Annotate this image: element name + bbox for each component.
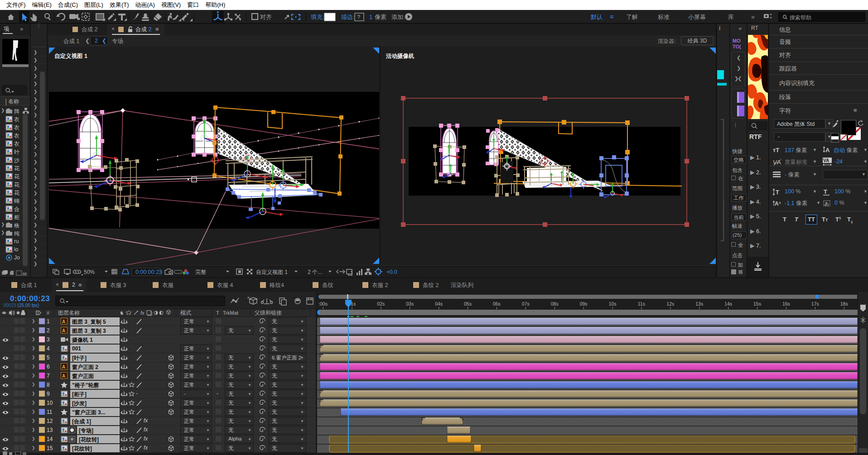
svg-text:+0.0: +0.0: [386, 269, 397, 275]
svg-text:?: ?: [357, 14, 360, 20]
svg-text:11s: 11s: [638, 301, 645, 307]
svg-text:07s: 07s: [522, 301, 530, 307]
svg-text:2 个...: 2 个...: [308, 269, 322, 275]
svg-text:02s: 02s: [377, 301, 385, 307]
svg-text:描边:: 描边:: [341, 14, 355, 20]
svg-text:♞: ♞: [120, 310, 124, 316]
svg-text:あ: あ: [825, 201, 829, 206]
svg-text:05s: 05s: [464, 301, 472, 307]
svg-text:了解: 了解: [626, 14, 638, 20]
svg-text:#: #: [47, 310, 50, 316]
svg-text:04s: 04s: [435, 301, 443, 307]
svg-text:13s: 13s: [695, 301, 703, 307]
svg-text:03s: 03s: [406, 301, 414, 307]
svg-text:A: A: [62, 364, 65, 369]
svg-text:T: T: [824, 188, 827, 195]
svg-text:0:00:00:23: 0:00:00:23: [135, 269, 162, 275]
svg-text:≡: ≡: [610, 13, 613, 20]
svg-text:08s: 08s: [551, 301, 559, 307]
svg-text:VA: VA: [823, 158, 829, 163]
svg-text:A: A: [62, 319, 65, 324]
svg-text:填充:: 填充:: [310, 14, 324, 20]
svg-text:10s: 10s: [609, 301, 617, 307]
svg-text:17s: 17s: [811, 301, 819, 307]
svg-text:像素: 像素: [375, 14, 386, 20]
svg-text:模式: 模式: [180, 310, 191, 316]
svg-text:18s: 18s: [840, 301, 848, 307]
svg-text:自定义视图 1: 自定义视图 1: [54, 53, 87, 59]
svg-text:添加:: 添加:: [391, 14, 405, 20]
svg-text:活动摄像机: 活动摄像机: [386, 53, 415, 59]
svg-text:T: T: [776, 189, 779, 196]
svg-text:06s: 06s: [493, 301, 501, 307]
svg-text:图层名称: 图层名称: [58, 310, 80, 316]
svg-text:对齐: 对齐: [260, 14, 272, 20]
svg-text:12s: 12s: [666, 301, 674, 307]
svg-text:默认: 默认: [591, 14, 603, 20]
svg-text:14s: 14s: [724, 301, 732, 307]
svg-text::00s: :00s: [318, 301, 328, 307]
svg-text:A: A: [62, 374, 65, 378]
svg-text:A: A: [62, 328, 65, 333]
svg-text:标准: 标准: [658, 14, 670, 20]
svg-text:自定义视图 1: 自定义视图 1: [256, 269, 288, 275]
svg-text:16s: 16s: [782, 301, 790, 307]
svg-text:A: A: [825, 147, 830, 153]
svg-text:15s: 15s: [753, 301, 761, 307]
svg-text:TrkMat: TrkMat: [223, 310, 238, 316]
svg-text:fx: fx: [140, 310, 145, 316]
svg-text:a: a: [779, 201, 781, 205]
svg-text:库: 库: [728, 14, 734, 20]
svg-text:50%: 50%: [84, 269, 95, 275]
svg-text:09s: 09s: [580, 301, 588, 307]
svg-text:1: 1: [369, 14, 372, 20]
svg-text:小屏幕: 小屏幕: [688, 14, 706, 20]
svg-text:父级和链接: 父级和链接: [255, 310, 282, 316]
svg-text:»: »: [751, 13, 755, 20]
svg-text:A: A: [775, 201, 779, 207]
svg-text:完整: 完整: [195, 269, 206, 275]
svg-text:T: T: [216, 310, 219, 316]
